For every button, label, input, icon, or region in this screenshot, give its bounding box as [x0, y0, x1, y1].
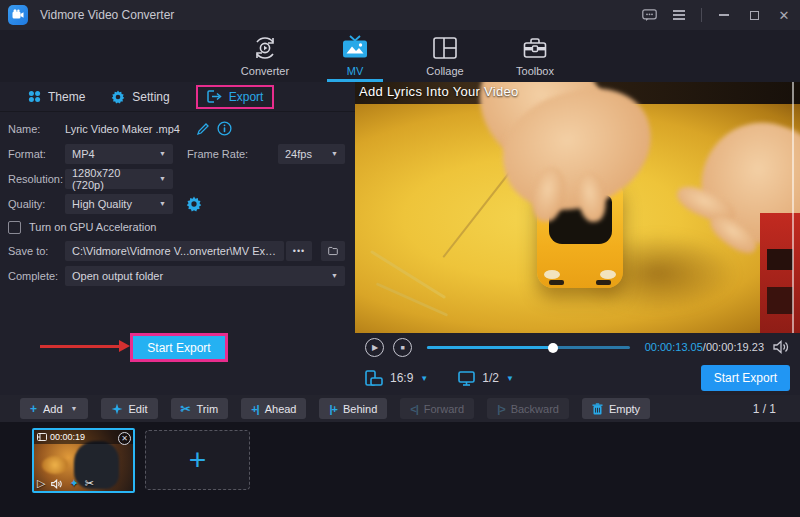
quality-settings-gear-icon[interactable] — [185, 195, 203, 213]
quality-select[interactable]: High Quality ▼ — [65, 194, 173, 214]
resolution-value: 1280x720 (720p) — [72, 167, 151, 191]
ahead-icon: +| — [251, 403, 259, 415]
chevron-down-icon: ▼ — [71, 405, 78, 412]
start-export-button-panel[interactable]: Start Export — [130, 333, 228, 362]
ellipsis-icon: ••• — [293, 246, 305, 256]
aspect-ratio-select[interactable]: 16:9 ▼ — [365, 370, 428, 386]
title-bar: Vidmore Video Converter ✕ — [0, 0, 800, 30]
feedback-icon[interactable] — [641, 7, 657, 23]
clip-edit-star-icon[interactable]: ✦ — [69, 477, 78, 490]
app-window: Vidmore Video Converter ✕ Converter MV — [0, 0, 800, 517]
nav-converter[interactable]: Converter — [233, 30, 297, 82]
magic-star-icon — [111, 403, 123, 415]
add-button[interactable]: + Add ▼ — [20, 398, 88, 419]
nav-collage-label: Collage — [426, 65, 463, 77]
nav-mv[interactable]: MV — [323, 30, 387, 82]
complete-row: Complete: Open output folder ▼ — [0, 263, 355, 288]
minimize-button[interactable] — [716, 7, 732, 23]
car-grill — [596, 280, 611, 285]
name-label: Name: — [8, 123, 65, 135]
nav-converter-label: Converter — [241, 65, 289, 77]
forward-icon: <| — [410, 403, 418, 415]
rename-pencil-icon[interactable] — [194, 120, 212, 138]
saveto-path-value: C:\Vidmore\Vidmore V...onverter\MV Expor… — [72, 245, 277, 257]
film-icon — [37, 433, 47, 441]
gpu-label: Turn on GPU Acceleration — [29, 221, 156, 233]
forward-label: Forward — [424, 403, 464, 415]
nav-mv-label: MV — [347, 65, 364, 77]
play-button[interactable]: ▶ — [365, 338, 384, 357]
volume-icon[interactable] — [773, 340, 790, 354]
screen-value: 1/2 — [482, 371, 499, 385]
close-button[interactable]: ✕ — [776, 7, 792, 23]
gpu-checkbox[interactable] — [8, 221, 21, 234]
complete-label: Complete: — [8, 270, 65, 282]
chevron-down-icon: ▼ — [159, 175, 166, 182]
quality-label: Quality: — [8, 198, 65, 210]
add-clip-slot[interactable]: + — [145, 430, 250, 490]
forward-button[interactable]: <| Forward — [400, 398, 474, 419]
format-value: MP4 — [72, 148, 95, 160]
slider-thumb[interactable] — [548, 343, 558, 353]
thumbnail-food — [42, 456, 68, 474]
app-logo-icon — [8, 5, 28, 25]
nav-collage[interactable]: Collage — [413, 30, 477, 82]
clip-volume-icon[interactable] — [51, 479, 63, 489]
screen-select[interactable]: 1/2 ▼ — [458, 371, 514, 386]
ahead-button[interactable]: +| Ahead — [241, 398, 306, 419]
open-folder-button[interactable] — [321, 241, 345, 261]
start-export-label: Start Export — [714, 371, 777, 385]
complete-select[interactable]: Open output folder ▼ — [65, 266, 345, 286]
maximize-button[interactable] — [746, 7, 762, 23]
trim-label: Trim — [197, 403, 219, 415]
video-preview[interactable]: Add Lyrics Into Your Video — [355, 82, 800, 333]
resolution-label: Resolution: — [8, 173, 65, 185]
nav-toolbox[interactable]: Toolbox — [503, 30, 567, 82]
resolution-select[interactable]: 1280x720 (720p) ▼ — [65, 169, 173, 189]
chevron-down-icon: ▼ — [420, 374, 428, 383]
format-select[interactable]: MP4 ▼ — [65, 144, 173, 164]
ahead-label: Ahead — [265, 403, 297, 415]
behind-button[interactable]: |+ Behind — [319, 398, 387, 419]
main-area: Theme Setting Export N — [0, 82, 800, 395]
export-icon — [207, 90, 222, 103]
titlebar-divider — [701, 8, 702, 22]
framerate-value: 24fps — [285, 148, 312, 160]
collage-icon — [432, 35, 458, 61]
toolbox-icon — [522, 35, 548, 61]
clip-thumbnail[interactable]: 00:00:19 ✕ ▷ ✦ ✂ — [32, 428, 135, 493]
thumbnail-actions: ▷ ✦ ✂ — [37, 477, 94, 490]
framerate-select[interactable]: 24fps ▼ — [278, 144, 345, 164]
backward-icon: |> — [497, 403, 505, 415]
stop-button[interactable]: ■ — [393, 338, 412, 357]
lyrics-overlay-text: Add Lyrics Into Your Video — [359, 84, 519, 99]
clip-trim-scissors-icon[interactable]: ✂ — [85, 477, 94, 490]
remove-clip-button[interactable]: ✕ — [118, 432, 131, 445]
start-export-label: Start Export — [147, 341, 210, 355]
tab-setting[interactable]: Setting — [111, 90, 169, 104]
preview-panel: Add Lyrics Into Your Video ▶ ■ 00:00:13.… — [355, 82, 800, 395]
empty-label: Empty — [609, 403, 640, 415]
plus-icon: + — [189, 445, 207, 475]
edit-button[interactable]: Edit — [101, 398, 158, 419]
saveto-path-field[interactable]: C:\Vidmore\Vidmore V...onverter\MV Expor… — [65, 241, 284, 261]
chevron-down-icon: ▼ — [506, 374, 514, 383]
tab-export-label: Export — [229, 90, 264, 104]
empty-button[interactable]: Empty — [582, 398, 650, 419]
format-row: Format: MP4 ▼ Frame Rate: 24fps ▼ — [0, 141, 355, 166]
backward-button[interactable]: |> Backward — [487, 398, 569, 419]
start-export-button-preview[interactable]: Start Export — [701, 365, 790, 391]
menu-icon[interactable] — [671, 7, 687, 23]
info-icon[interactable] — [216, 120, 234, 138]
tab-export[interactable]: Export — [196, 85, 275, 109]
progress-slider[interactable] — [427, 340, 630, 354]
clip-play-icon[interactable]: ▷ — [37, 477, 45, 490]
add-label: Add — [43, 403, 63, 415]
tab-theme[interactable]: Theme — [28, 90, 85, 104]
browse-button[interactable]: ••• — [286, 241, 312, 261]
setting-gear-icon — [111, 90, 125, 104]
clip-counter: 1 / 1 — [753, 402, 776, 416]
trim-button[interactable]: ✂ Trim — [171, 398, 229, 419]
trash-icon — [592, 403, 603, 415]
timeline-area: 00:00:19 ✕ ▷ ✦ ✂ + — [0, 422, 800, 517]
